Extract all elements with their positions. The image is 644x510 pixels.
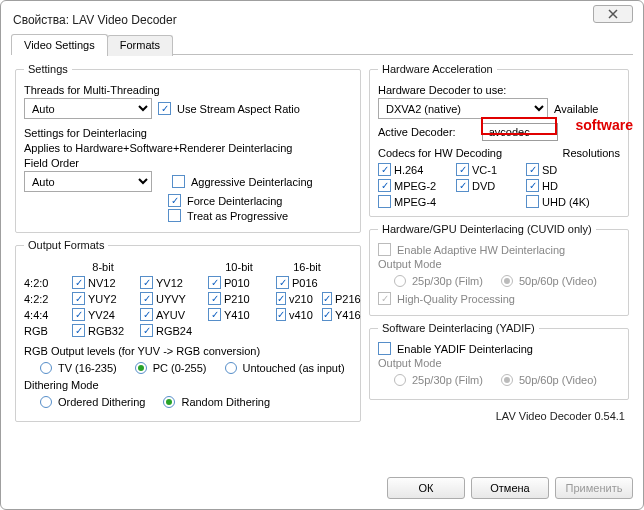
close-button[interactable] [593, 5, 633, 23]
hw-deint-mode-label: Output Mode [378, 258, 620, 270]
active-decoder-value: avcodec [482, 123, 558, 141]
cb-sw-deint-enable[interactable] [378, 342, 391, 355]
use-sar-checkbox[interactable] [158, 102, 171, 115]
field-order-label: Field Order [24, 157, 352, 169]
cb-y416[interactable] [322, 308, 332, 321]
properties-window: Свойства: LAV Video Decoder Video Settin… [0, 0, 644, 510]
tabstrip: Video Settings Formats [11, 33, 633, 55]
cb-p216[interactable] [322, 292, 332, 305]
hw-deint-legend: Hardware/GPU Deinterlacing (CUVID only) [378, 223, 596, 235]
cb-nv12[interactable] [72, 276, 85, 289]
resolutions-label: Resolutions [563, 147, 620, 159]
cb-hd[interactable] [526, 179, 539, 192]
hw-accel-legend: Hardware Acceleration [378, 63, 497, 75]
rad-rgb-untouched[interactable] [225, 362, 237, 374]
rad-sw-video [501, 374, 513, 386]
cb-vc1[interactable] [456, 163, 469, 176]
cb-rgb24[interactable] [140, 324, 153, 337]
active-decoder-label: Active Decoder: [378, 126, 456, 138]
row-444: 4:4:4 [24, 309, 66, 321]
cb-ayuv[interactable] [140, 308, 153, 321]
sw-deint-group: Software Deinterlacing (YADIF) Enable YA… [369, 322, 629, 400]
threads-select[interactable]: Auto [24, 98, 152, 119]
dialog-footer: ОК Отмена Применить [11, 469, 633, 499]
tab-content: Settings Threads for Multi-Threading Aut… [11, 55, 633, 469]
cb-p210[interactable] [208, 292, 221, 305]
cb-uhd[interactable] [526, 195, 539, 208]
aggressive-checkbox[interactable] [172, 175, 185, 188]
hw-available: Available [554, 103, 598, 115]
cb-uyvy[interactable] [140, 292, 153, 305]
cb-v410[interactable] [276, 308, 286, 321]
tab-formats[interactable]: Formats [107, 35, 173, 56]
cb-v210[interactable] [276, 292, 286, 305]
cb-hw-deint-enable [378, 243, 391, 256]
titlebar: Свойства: LAV Video Decoder [11, 7, 633, 35]
cb-hw-hq [378, 292, 391, 305]
settings-group: Settings Threads for Multi-Threading Aut… [15, 63, 361, 233]
cb-yuy2[interactable] [72, 292, 85, 305]
hw-decoder-select[interactable]: DXVA2 (native) [378, 98, 548, 119]
cb-yv24[interactable] [72, 308, 85, 321]
rad-hw-film [394, 275, 406, 287]
rad-sw-film [394, 374, 406, 386]
deint-heading: Settings for Deinterlacing [24, 127, 352, 139]
aggressive-label: Aggressive Deinterlacing [191, 176, 313, 188]
window-title: Свойства: LAV Video Decoder [13, 13, 177, 27]
rad-hw-video [501, 275, 513, 287]
cb-h264[interactable] [378, 163, 391, 176]
cb-sd[interactable] [526, 163, 539, 176]
sw-deint-legend: Software Deinterlacing (YADIF) [378, 322, 539, 334]
apply-button: Применить [555, 477, 633, 499]
row-rgb: RGB [24, 325, 66, 337]
cb-mpeg4[interactable] [378, 195, 391, 208]
cb-p016[interactable] [276, 276, 289, 289]
hw-accel-group: Hardware Acceleration Hardware Decoder t… [369, 63, 629, 217]
cb-dvd[interactable] [456, 179, 469, 192]
row-420: 4:2:0 [24, 277, 66, 289]
rgb-levels-label: RGB Output levels (for YUV -> RGB conver… [24, 345, 352, 357]
use-sar-label: Use Stream Aspect Ratio [177, 103, 300, 115]
hdr-8bit: 8-bit [72, 261, 134, 273]
output-formats-legend: Output Formats [24, 239, 108, 251]
force-deint-checkbox[interactable] [168, 194, 181, 207]
ok-button[interactable]: ОК [387, 477, 465, 499]
row-422: 4:2:2 [24, 293, 66, 305]
progressive-label: Treat as Progressive [187, 210, 288, 222]
close-icon [607, 9, 619, 19]
sw-deint-mode-label: Output Mode [378, 357, 620, 369]
settings-legend: Settings [24, 63, 72, 75]
threads-label: Threads for Multi-Threading [24, 84, 352, 96]
field-order-select[interactable]: Auto [24, 171, 152, 192]
dither-label: Dithering Mode [24, 379, 352, 391]
rad-rgb-tv[interactable] [40, 362, 52, 374]
hw-decoder-label: Hardware Decoder to use: [378, 84, 620, 96]
deint-applies: Applies to Hardware+Software+Renderer De… [24, 142, 352, 154]
rad-dither-random[interactable] [163, 396, 175, 408]
annotation-text: software [575, 117, 633, 133]
hdr-10bit: 10-bit [208, 261, 270, 273]
cb-mpeg2[interactable] [378, 179, 391, 192]
force-deint-label: Force Deinterlacing [187, 195, 282, 207]
progressive-checkbox[interactable] [168, 209, 181, 222]
cb-yv12[interactable] [140, 276, 153, 289]
rad-rgb-pc[interactable] [135, 362, 147, 374]
cb-p010[interactable] [208, 276, 221, 289]
cancel-button[interactable]: Отмена [471, 477, 549, 499]
hdr-16bit: 16-bit [276, 261, 338, 273]
rad-dither-ordered[interactable] [40, 396, 52, 408]
tab-video-settings[interactable]: Video Settings [11, 34, 108, 55]
hw-deint-group: Hardware/GPU Deinterlacing (CUVID only) … [369, 223, 629, 316]
cb-y410[interactable] [208, 308, 221, 321]
cb-rgb32[interactable] [72, 324, 85, 337]
output-formats-group: Output Formats 8-bit 10-bit 16-bit 4:2:0… [15, 239, 361, 422]
version-label: LAV Video Decoder 0.54.1 [369, 406, 629, 422]
codecs-label: Codecs for HW Decoding [378, 147, 502, 159]
